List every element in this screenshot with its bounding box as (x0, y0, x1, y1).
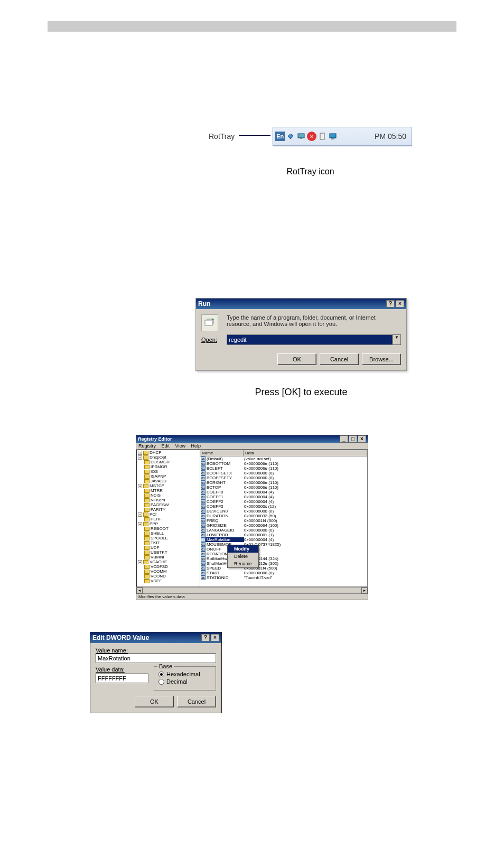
column-data[interactable]: Data (244, 450, 367, 456)
column-name[interactable]: Name (200, 450, 244, 456)
rottray-icon[interactable] (286, 132, 295, 141)
tree-item[interactable]: VCOND (137, 574, 200, 579)
hex-radio[interactable] (158, 672, 164, 677)
open-input[interactable] (227, 334, 393, 345)
registry-value-row[interactable]: 01ROTATION0x00 (0) (200, 552, 367, 556)
tree-item[interactable]: +PCI (137, 512, 200, 517)
tree-item[interactable]: VDEF (137, 579, 200, 583)
expand-icon[interactable]: + (138, 512, 142, 517)
tree-item[interactable]: +DhcpOpt (137, 455, 200, 460)
maximize-button[interactable]: □ (349, 435, 357, 443)
tree-item[interactable]: NDIS (137, 493, 200, 498)
registry-value-row[interactable]: 01BCTOP0x0000006e (110) (200, 485, 367, 490)
menu-view[interactable]: View (175, 443, 185, 449)
dropdown-button[interactable]: ▼ (393, 334, 401, 345)
tree-item[interactable]: NTKern (137, 498, 200, 502)
tree-item[interactable]: SPOOLE (137, 536, 200, 540)
registry-value-row[interactable]: 01BCBOTTOM0x0000006e (110) (200, 461, 367, 466)
tree-item[interactable]: TKIT (137, 540, 200, 545)
registry-value-row[interactable]: 01MaxRotation0x00000004 (4) (200, 537, 367, 542)
registry-value-row[interactable]: 01DURATION0x00000032 (50) (200, 514, 367, 518)
minimize-button[interactable]: _ (340, 435, 348, 443)
registry-value-row[interactable]: 01SPEED0x000001f4 (500) (200, 566, 367, 571)
tree-item[interactable]: USBTKT (137, 550, 200, 555)
registry-value-row[interactable]: 01RotModHwnd0x00000144 (324) (200, 556, 367, 561)
cancel-button[interactable]: Cancel (320, 353, 359, 365)
help-button[interactable]: ? (201, 634, 210, 641)
tree-item[interactable]: UDF (137, 545, 200, 550)
display-icon[interactable] (296, 132, 306, 141)
registry-value-row[interactable]: 01COEFF20x00000004 (4) (200, 499, 367, 504)
tree-item[interactable]: PARITY (137, 507, 200, 512)
ctx-delete[interactable]: Delete (228, 553, 258, 560)
hex-radio-row[interactable]: Hexadecimal (158, 671, 211, 677)
tree-item[interactable]: +MSTCP (137, 483, 200, 488)
scroll-right-button[interactable]: ► (361, 587, 368, 594)
tree-item[interactable]: MTRR (137, 488, 200, 493)
registry-value-row[interactable]: 01BCOFFSETY0x00000000 (0) (200, 475, 367, 480)
help-button[interactable]: ? (386, 300, 395, 307)
expand-icon[interactable]: + (138, 455, 142, 460)
close-button[interactable]: × (211, 634, 219, 641)
tree-item[interactable]: DOSMGR (137, 460, 200, 464)
tree-item[interactable]: JAVASU (137, 479, 200, 483)
registry-value-row[interactable]: 01LOWERBD0x00000001 (1) (200, 533, 367, 537)
horizontal-scrollbar[interactable]: ◄ ► (136, 587, 368, 593)
registry-value-row[interactable]: 01GRIDSIZE0x00000064 (100) (200, 523, 367, 528)
registry-value-row[interactable]: 01ONOFF0x01 (1) (200, 547, 367, 552)
tree-item[interactable]: ISAPNP (137, 474, 200, 479)
tree-item[interactable]: SHELL (137, 531, 200, 536)
ok-button[interactable]: OK (135, 696, 174, 707)
tree-item[interactable]: IOS (137, 469, 200, 474)
registry-value-row[interactable]: 01COEFF30x0000000c (12) (200, 504, 367, 509)
cancel-button[interactable]: Cancel (177, 696, 216, 707)
scroll-left-button[interactable]: ◄ (136, 587, 143, 594)
expand-icon[interactable]: + (138, 484, 142, 488)
value-data-input[interactable] (96, 674, 148, 683)
ctx-rename[interactable]: Rename (228, 560, 258, 567)
expand-icon[interactable]: + (138, 560, 142, 564)
lang-indicator-icon[interactable]: En (275, 132, 285, 141)
registry-value-row[interactable]: 01BCLEFT0x0000006e (110) (200, 466, 367, 471)
registry-value-row[interactable]: 01FREQ0x000001f4 (500) (200, 518, 367, 523)
registry-value-row[interactable]: 01COEFF10x00000004 (4) (200, 495, 367, 499)
registry-value-row[interactable]: 01COEFF00x00000004 (4) (200, 490, 367, 495)
close-tray-icon[interactable]: ✕ (307, 132, 316, 141)
menu-registry[interactable]: Registry (138, 443, 156, 449)
close-button[interactable]: × (358, 435, 366, 443)
tree-item[interactable]: +DHCP (137, 450, 200, 455)
expand-icon[interactable]: + (138, 522, 142, 526)
menu-help[interactable]: Help (191, 443, 201, 449)
monitor-icon[interactable] (328, 132, 338, 141)
tree-item[interactable]: REBOOT (137, 526, 200, 531)
tree-item[interactable]: PAGESW (137, 502, 200, 507)
registry-value-row[interactable]: 01BCOFFSETX0x00000000 (0) (200, 471, 367, 475)
registry-value-list[interactable]: Name Data ab(Default)(value not set)01BC… (200, 450, 367, 586)
device-icon[interactable] (318, 132, 327, 141)
registry-value-row[interactable]: ab(Default)(value not set) (200, 456, 367, 461)
registry-value-row[interactable]: 01ShutMonHwnd0x0000012e (302) (200, 561, 367, 566)
registry-value-row[interactable]: 01START0x00000000 (0) (200, 571, 367, 575)
registry-value-row[interactable]: 01BCRIGHT0x0000006e (110) (200, 480, 367, 485)
tree-item[interactable]: PERF (137, 517, 200, 521)
dec-radio-row[interactable]: Decimal (158, 678, 211, 685)
tree-item[interactable]: +PPP (137, 521, 200, 526)
tree-item[interactable]: VCDFSD (137, 564, 200, 569)
tree-item[interactable]: VBMini (137, 555, 200, 559)
dec-radio[interactable] (158, 679, 164, 685)
registry-value-row[interactable]: abSTATIONID"TouchKIT.vxd" (200, 575, 367, 580)
ok-button[interactable]: OK (277, 353, 316, 365)
tree-item[interactable]: IPSMGR (137, 464, 200, 469)
value-name-input[interactable] (96, 654, 216, 663)
registry-value-row[interactable]: 01LANGUAGEID0x00000000 (0) (200, 528, 367, 533)
registry-tree[interactable]: +DHCP+DhcpOptDOSMGRIPSMGRIOSISAPNPJAVASU… (137, 450, 200, 586)
tree-item[interactable]: +VCACHE (137, 559, 200, 564)
registry-value-row[interactable]: 01DEVICEN00x00000000 (0) (200, 509, 367, 514)
expand-icon[interactable]: + (138, 451, 142, 455)
menu-edit[interactable]: Edit (162, 443, 170, 449)
tree-item[interactable]: VCOMM (137, 569, 200, 574)
clock[interactable]: PM 05:50 (371, 132, 409, 141)
browse-button[interactable]: Browse... (362, 353, 401, 365)
close-button[interactable]: × (396, 300, 404, 307)
registry-value-row[interactable]: 01MOUSEMOE0x01 (1073741825) (200, 542, 367, 547)
